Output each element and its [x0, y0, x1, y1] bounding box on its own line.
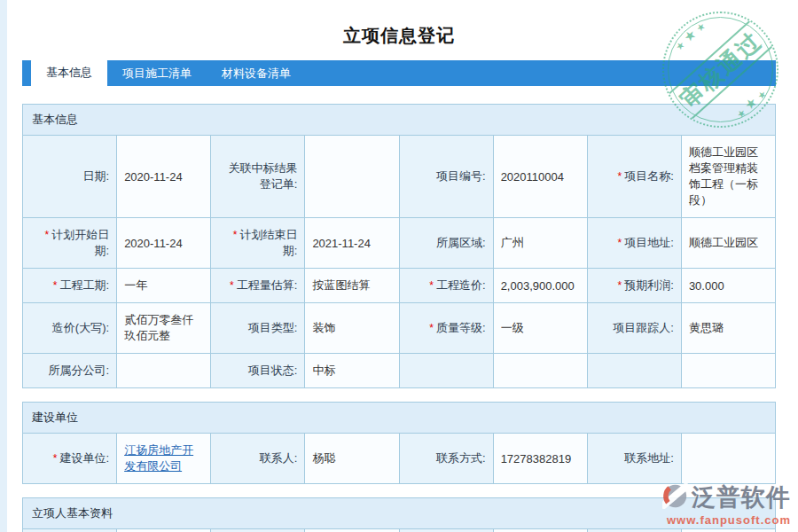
- field-value: 任晓燕: [117, 529, 211, 532]
- company-link[interactable]: 江扬房地产开发有限公司: [124, 443, 193, 473]
- table-row: 造价(大写):贰佰万零叁仟玖佰元整项目类型:装饰*质量等级:一级项目跟踪人:黄思…: [23, 303, 776, 354]
- field-value: [305, 136, 399, 218]
- tab-bar: 基本信息项目施工清单材料设备清单: [22, 60, 776, 86]
- table-row: 立项人:任晓燕部门:项目部*联系电话:13904230949所属机构:: [23, 529, 776, 532]
- field-label: [587, 354, 681, 388]
- field-label: 联系人:: [211, 434, 305, 484]
- field-label: *质量等级:: [399, 303, 493, 354]
- section-title: 建设单位: [23, 403, 776, 434]
- field-label: 项目类型:: [211, 303, 305, 354]
- required-star-icon: *: [53, 452, 58, 465]
- field-label: 关联中标结果登记单:: [211, 136, 305, 218]
- required-star-icon: *: [618, 279, 622, 292]
- field-label: *工程工期:: [23, 269, 117, 303]
- field-label: 日期:: [23, 136, 117, 218]
- field-label: *项目名称:: [587, 136, 681, 218]
- field-value: 2020-11-24: [117, 218, 211, 269]
- field-label: *工程造价:: [399, 269, 493, 303]
- section-title: 立项人基本资料: [23, 498, 776, 529]
- field-label: *项目地址:: [587, 218, 681, 269]
- section-title: 基本信息: [23, 105, 776, 136]
- required-star-icon: *: [429, 279, 434, 292]
- field-label: *计划结束日期:: [211, 218, 305, 269]
- field-label: 立项人:: [23, 529, 117, 532]
- page-left-strip: [0, 0, 7, 532]
- tab-基本信息[interactable]: 基本信息: [31, 59, 107, 87]
- field-value: 一年: [117, 269, 211, 303]
- field-label: *预期利润:: [587, 269, 681, 303]
- field-label: *计划开始日期:: [23, 218, 117, 269]
- sections: 基本信息日期:2020-11-24关联中标结果登记单:项目编号:20201100…: [22, 104, 776, 532]
- field-value: 顺德工业园区: [681, 218, 775, 269]
- table-row: 日期:2020-11-24关联中标结果登记单:项目编号:2020110004*项…: [23, 136, 776, 218]
- field-value: [117, 354, 211, 388]
- table-row: *建设单位:江扬房地产开发有限公司联系人:杨聪联系方式:17278382819联…: [23, 434, 776, 484]
- field-label: 联系方式:: [399, 434, 493, 484]
- field-label: 联系地址:: [587, 434, 681, 484]
- field-label: *工程量估算:: [211, 269, 305, 303]
- field-value: 一级: [493, 303, 587, 354]
- field-value: [681, 434, 775, 484]
- table-row: *工程工期:一年*工程量估算:按蓝图结算*工程造价:2,003,900.000*…: [23, 269, 776, 303]
- field-value: 顺德工业园区档案管理精装饰工程（一标段）: [681, 136, 775, 218]
- field-value: 13904230949: [493, 529, 587, 532]
- field-label: 项目状态:: [211, 354, 305, 388]
- field-value: 广州: [493, 218, 587, 269]
- table-row: *计划开始日期:2020-11-24*计划结束日期:2021-11-24所属区域…: [23, 218, 776, 269]
- required-star-icon: *: [44, 229, 49, 241]
- field-value: 17278382819: [493, 434, 587, 484]
- field-value: 按蓝图结算: [305, 269, 399, 303]
- field-label: 所属分公司:: [23, 354, 117, 388]
- field-label: 项目跟踪人:: [587, 303, 681, 354]
- required-star-icon: *: [429, 322, 434, 334]
- field-label: [399, 354, 493, 388]
- field-value: [493, 354, 587, 388]
- section-table: 建设单位*建设单位:江扬房地产开发有限公司联系人:杨聪联系方式:17278382…: [22, 402, 776, 484]
- field-value: 贰佰万零叁仟玖佰元整: [117, 303, 211, 354]
- field-label: 所属机构:: [587, 529, 681, 532]
- field-value: 江扬房地产开发有限公司: [117, 434, 211, 484]
- required-star-icon: *: [53, 279, 58, 292]
- field-value: 杨聪: [305, 434, 399, 484]
- required-star-icon: *: [233, 229, 238, 241]
- field-value: 2020110004: [493, 136, 587, 218]
- section-table: 立项人基本资料立项人:任晓燕部门:项目部*联系电话:13904230949所属机…: [22, 497, 776, 532]
- field-value: [681, 354, 775, 388]
- field-label: 部门:: [211, 529, 305, 532]
- field-value: 装饰: [305, 303, 399, 354]
- tab-材料设备清单[interactable]: 材料设备清单: [207, 60, 306, 86]
- field-label: *建设单位:: [23, 434, 117, 484]
- page-title: 立项信息登记: [0, 0, 798, 48]
- field-value: [681, 529, 775, 532]
- table-row: 所属分公司:项目状态:中标: [23, 354, 776, 388]
- field-value: 2021-11-24: [305, 218, 399, 269]
- field-value: 2020-11-24: [117, 136, 211, 218]
- field-value: 黄思璐: [681, 303, 775, 354]
- field-label: *联系电话:: [399, 529, 493, 532]
- field-value: 项目部: [305, 529, 399, 532]
- required-star-icon: *: [618, 237, 622, 249]
- required-star-icon: *: [230, 279, 234, 292]
- field-label: 造价(大写):: [23, 303, 117, 354]
- field-label: 项目编号:: [399, 136, 493, 218]
- field-value: 中标: [305, 354, 399, 388]
- tab-项目施工清单[interactable]: 项目施工清单: [107, 60, 207, 86]
- field-value: 30.000: [681, 269, 775, 303]
- field-value: 2,003,900.000: [493, 269, 587, 303]
- field-label: 所属区域:: [399, 218, 493, 269]
- required-star-icon: *: [618, 170, 622, 183]
- section-table: 基本信息日期:2020-11-24关联中标结果登记单:项目编号:20201100…: [22, 104, 776, 388]
